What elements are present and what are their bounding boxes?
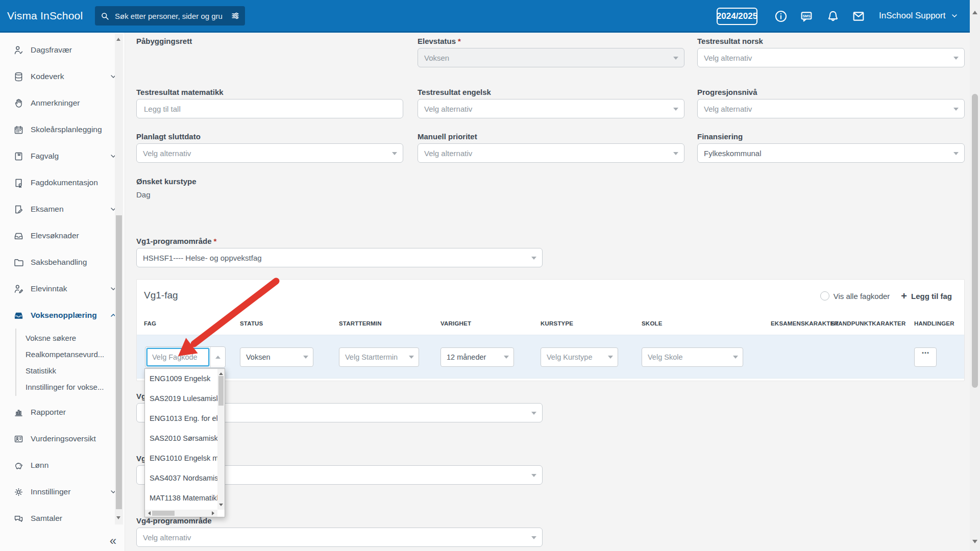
planlagt-sluttdato-select[interactable]: Velg alternativ [136,143,403,163]
testresultat-matematikk-input[interactable] [143,104,397,114]
fagkode-option[interactable]: ENG1010 Engelsk mu [145,448,217,468]
sidebar-scrollbar-thumb[interactable] [116,215,122,509]
col-header-skole: SKOLE [642,320,663,327]
sidebar-subitem-innstillinger-voksne[interactable]: Innstillinger for vokse... [26,379,125,395]
fag-combobox-input[interactable] [146,348,209,366]
sidebar-item-elevsoknader[interactable]: Elevsøknader [0,222,125,249]
scroll-down-arrow-icon[interactable] [972,540,977,546]
chevron-down-icon [673,152,678,155]
onsket-kurstype-label: Ønsket kurstype [136,177,197,186]
chat-icon [13,513,24,524]
chevron-down-icon [673,57,678,60]
messages-envelope-icon[interactable] [851,9,866,23]
scroll-left-arrow-icon[interactable] [146,511,151,515]
fagkode-option[interactable]: ENG1009 Engelsk [145,369,217,389]
sidebar-item-elevinntak[interactable]: Elevinntak [0,276,125,302]
sidebar-item-samtaler[interactable]: Samtaler [0,505,125,532]
vg4-programomraade-select[interactable]: Velg alternativ [136,528,543,547]
scroll-down-arrow-icon[interactable] [219,504,223,508]
fag-combobox[interactable] [145,346,226,368]
finansiering-select[interactable]: Fylkeskommunal [697,143,965,163]
fagkode-option[interactable]: SAS2010 Sørsamisk [145,429,217,448]
app-root: Visma InSchool 2024/2025 SMS InSchool Su… [0,0,980,551]
folder-icon [13,257,24,268]
manuell-prioritet-select[interactable]: Velg alternativ [418,143,684,163]
chevron-down-icon [950,12,959,20]
main-content: Påbyggingsrett Elevstatus* Voksen Testre… [125,33,970,551]
account-name: InSchool Support [879,11,945,21]
fagkode-option[interactable]: ENG1013 Eng. for ele [145,409,217,429]
dropdown-hscrollbar-thumb[interactable] [152,511,175,516]
scroll-up-arrow-icon[interactable] [219,370,223,375]
dropdown-scrollbar-thumb[interactable] [218,376,224,406]
app-logo[interactable]: Visma InSchool [7,0,83,31]
sidebar-subitem-statistikk[interactable]: Statistikk [26,362,125,379]
sms-icon[interactable]: SMS [799,9,814,23]
sidebar-item-vurderingsoversikt[interactable]: Vurderingsoversikt [0,425,125,452]
sidebar-collapse-button[interactable]: « [110,534,116,548]
search-input[interactable] [114,11,231,21]
vis-alle-fagkoder-label: Vis alle fagkoder [834,292,890,300]
testresultat-engelsk-select[interactable]: Velg alternativ [418,99,684,118]
sidebar-item-eksamen[interactable]: Eksamen [0,196,125,222]
fagkode-option[interactable]: SAS2019 Lulesamisk [145,389,217,409]
fagkode-option[interactable]: MAT1138 Matematikk [145,488,217,508]
onsket-kurstype-value: Dag [136,190,151,199]
progresjonsnivaa-select[interactable]: Velg alternativ [697,99,965,118]
page-scrollbar-thumb[interactable] [972,94,978,388]
vis-alle-fagkoder-checkbox[interactable] [820,291,829,300]
handlinger-menu-button[interactable]: ... [914,347,937,367]
fagkode-option[interactable]: SAS4037 Nordsamisk [145,468,217,488]
sidebar-item-anmerkninger[interactable]: Anmerkninger [0,90,125,116]
sidebar-scrollbar[interactable] [115,34,123,524]
scroll-right-arrow-icon[interactable] [212,511,216,515]
chevron-down-icon [733,356,738,359]
sidebar-item-lonn[interactable]: Lønn [0,452,125,479]
varighet-select[interactable]: 12 måneder [440,347,514,367]
sidebar-item-fagdokumentasjon[interactable]: Fagdokumentasjon [0,169,125,196]
status-select[interactable]: Voksen [240,347,313,367]
skole-select[interactable]: Velg Skole [642,347,743,367]
sidebar-subitem-realkompetansevurdering[interactable]: Realkompetansevurd... [26,346,125,362]
calendar-icon [13,124,24,135]
sidebar-item-saksbehandling[interactable]: Saksbehandling [0,249,125,276]
chevron-down-icon [531,412,536,415]
sidebar-item-innstillinger[interactable]: Innstillinger [0,479,125,505]
dropdown-horizontal-scrollbar[interactable] [145,510,217,517]
starttermin-select[interactable]: Velg Starttermin [339,347,419,367]
chevron-down-icon [409,356,414,359]
global-search[interactable] [95,6,245,26]
sidebar-item-voksenopplaering[interactable]: Voksenopplæring [0,302,125,329]
account-menu[interactable]: InSchool Support [879,0,959,31]
page-scrollbar[interactable] [970,0,980,551]
kurstype-select[interactable]: Velg Kurstype [541,347,618,367]
scroll-down-arrow-icon[interactable] [116,516,120,521]
svg-text:SMS: SMS [802,14,811,18]
chevron-down-icon [608,356,613,359]
sidebar-item-dagsfravaer[interactable]: Dagsfravær [0,37,125,63]
sidebar-item-kodeverk[interactable]: Kodeverk [0,63,125,90]
info-icon[interactable] [774,9,788,23]
sidebar-item-fagvalg[interactable]: Fagvalg [0,143,125,169]
scroll-up-arrow-icon[interactable] [972,8,977,14]
bar-chart-icon [13,407,24,418]
elevstatus-select[interactable]: Voksen [418,48,684,67]
sidebar-item-skoleaarsplanlegging[interactable]: Skoleårsplanlegging [0,116,125,143]
dropdown-vertical-scrollbar[interactable] [217,369,225,510]
notifications-bell-icon[interactable] [826,9,840,23]
scroll-up-arrow-icon[interactable] [116,36,120,41]
certificate-icon [13,178,24,188]
col-header-status: STATUS [240,320,263,327]
testresultat-norsk-select[interactable]: Velg alternativ [697,48,965,67]
search-filter-icon[interactable] [231,11,240,20]
col-header-eksamenskarakter: EKSAMENSKARAKTER [771,320,839,327]
sidebar-subitem-voksne-sokere[interactable]: Voksne søkere [26,330,125,346]
paabyggingsrett-label: Påbyggingsrett [136,37,192,45]
fag-combobox-toggle[interactable] [210,347,225,367]
vg1-programomraade-select[interactable]: HSHSF1---- Helse- og oppvekstfag [136,248,543,267]
legg-til-fag-button[interactable]: + Legg til fag [901,291,952,301]
school-year-selector[interactable]: 2024/2025 [717,8,757,25]
gear-icon [13,487,24,497]
sidebar-item-rapporter[interactable]: Rapporter [0,399,125,425]
id-card-icon [13,434,24,444]
